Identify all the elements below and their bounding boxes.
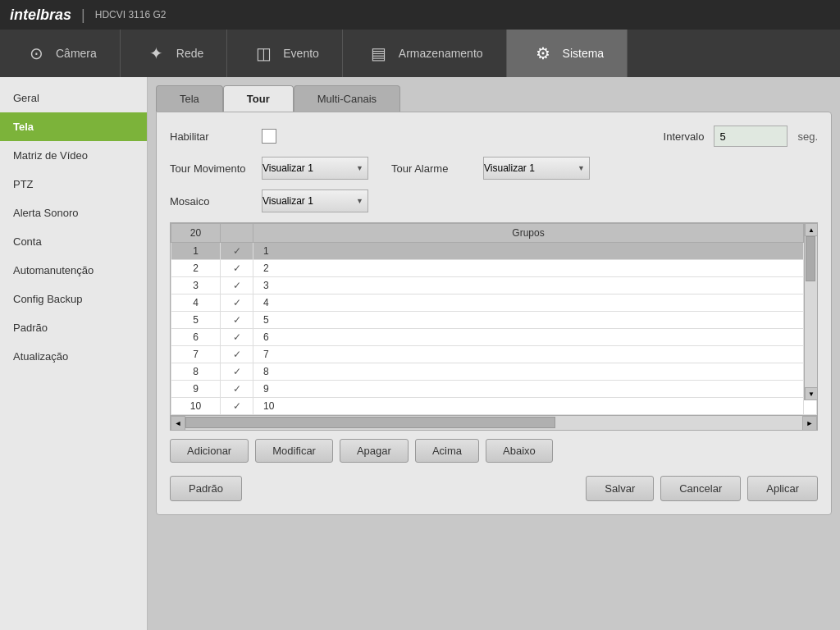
abaixo-button[interactable]: Abaixo: [486, 439, 553, 463]
intervalo-input[interactable]: [714, 126, 788, 147]
row-check: ✓: [221, 294, 253, 312]
modificar-button[interactable]: Modificar: [255, 439, 333, 463]
tour-alarme-wrapper: Visualizar 1 Visualizar 2 Visualizar 3: [483, 157, 590, 180]
padrao-button[interactable]: Padrão: [170, 476, 242, 501]
sidebar-item-padrao[interactable]: Padrão: [0, 313, 147, 342]
row-check: ✓: [221, 363, 253, 381]
h-scroll-track[interactable]: [185, 416, 802, 430]
tab-tela[interactable]: Tela: [156, 85, 223, 112]
col-grupos-header: Grupos: [253, 224, 804, 243]
sidebar-item-configbackup[interactable]: Config Backup: [0, 285, 147, 313]
row-num: 1: [171, 243, 221, 260]
table-row[interactable]: 5 ✓ 5: [171, 312, 817, 329]
adicionar-button[interactable]: Adicionar: [170, 439, 249, 463]
horizontal-scrollbar[interactable]: ◄ ►: [171, 415, 817, 430]
tour-movimento-select[interactable]: Visualizar 1 Visualizar 2 Visualizar 3: [262, 157, 368, 180]
action-row: Adicionar Modificar Apagar Acima Abaixo: [170, 439, 818, 463]
row-group: 6: [253, 329, 804, 346]
tab-strip: Tela Tour Multi-Canais: [156, 85, 832, 112]
seg-label: seg.: [797, 130, 818, 143]
table-row[interactable]: 4 ✓ 4: [171, 294, 817, 312]
row-group: 4: [253, 294, 804, 312]
row-group: 2: [253, 260, 804, 277]
tour-alarme-select[interactable]: Visualizar 1 Visualizar 2 Visualizar 3: [483, 157, 590, 180]
row-check: ✓: [221, 329, 253, 346]
scroll-down-arrow[interactable]: ▼: [805, 387, 818, 400]
row-check: ✓: [221, 346, 253, 363]
tab-tour[interactable]: Tour: [223, 85, 294, 112]
panel: Habilitar Intervalo seg. Tour Movimento …: [156, 112, 832, 515]
nav-sistema-label: Sistema: [563, 47, 605, 60]
tour-movimento-label: Tour Movimento: [170, 162, 252, 175]
row-check: ✓: [221, 381, 253, 398]
evento-icon: ◫: [250, 40, 276, 66]
sidebar-item-matriz[interactable]: Matriz de Vídeo: [0, 141, 147, 170]
scroll-right-arrow[interactable]: ►: [802, 416, 817, 431]
row-group: 8: [253, 363, 804, 381]
main-layout: Geral Tela Matriz de Vídeo PTZ Alerta So…: [0, 77, 840, 630]
nav-bar: ⊙ Câmera ✦ Rede ◫ Evento ▤ Armazenamento…: [0, 30, 840, 77]
row-num: 9: [171, 381, 221, 398]
sidebar-item-conta[interactable]: Conta: [0, 227, 147, 256]
tour-movimento-wrapper: Visualizar 1 Visualizar 2 Visualizar 3: [262, 157, 368, 180]
sidebar-item-automan[interactable]: Automanutenção: [0, 256, 147, 285]
table-row[interactable]: 10 ✓ 10: [171, 398, 817, 415]
table-row[interactable]: 8 ✓ 8: [171, 363, 817, 381]
row-check: ✓: [221, 260, 253, 277]
table-row[interactable]: 7 ✓ 7: [171, 346, 817, 363]
model-label: HDCVI 3116 G2: [95, 9, 167, 21]
row-num: 5: [171, 312, 221, 329]
rede-icon: ✦: [144, 40, 170, 66]
table-row[interactable]: 3 ✓ 3: [171, 277, 817, 294]
nav-camera-label: Câmera: [56, 47, 97, 60]
table-row[interactable]: 6 ✓ 6: [171, 329, 817, 346]
brand-logo: intelbras: [10, 7, 71, 24]
row-num: 2: [171, 260, 221, 277]
nav-rede[interactable]: ✦ Rede: [121, 30, 227, 77]
table-row[interactable]: 2 ✓ 2: [171, 260, 817, 277]
camera-icon: ⊙: [23, 40, 49, 66]
scroll-track[interactable]: [805, 236, 817, 387]
intervalo-label: Intervalo: [646, 130, 704, 143]
table-container: 20 Grupos 1 ✓ 1 2 ✓ 2: [170, 222, 818, 431]
tour-alarme-label: Tour Alarme: [391, 162, 473, 175]
mosaico-select[interactable]: Visualizar 1 Visualizar 2 Visualizar 3: [262, 189, 368, 212]
scroll-thumb[interactable]: [806, 236, 815, 281]
row-group: 5: [253, 312, 804, 329]
salvar-button[interactable]: Salvar: [586, 476, 654, 501]
nav-camera[interactable]: ⊙ Câmera: [0, 30, 121, 77]
content-area: Tela Tour Multi-Canais Habilitar Interva…: [148, 77, 840, 630]
acima-button[interactable]: Acima: [415, 439, 479, 463]
nav-evento[interactable]: ◫ Evento: [227, 30, 343, 77]
sistema-icon: ⚙: [530, 40, 556, 66]
row-group: 9: [253, 381, 804, 398]
table-scroll[interactable]: 20 Grupos 1 ✓ 1 2 ✓ 2: [171, 223, 817, 415]
row-num: 8: [171, 363, 221, 381]
nav-sistema[interactable]: ⚙ Sistema: [507, 30, 628, 77]
scroll-up-arrow[interactable]: ▲: [805, 223, 818, 236]
bottom-right: Salvar Cancelar Aplicar: [586, 476, 818, 501]
bottom-bar: Padrão Salvar Cancelar Aplicar: [170, 471, 818, 501]
habilitar-checkbox[interactable]: [262, 129, 276, 144]
sidebar-item-ptz[interactable]: PTZ: [0, 170, 147, 199]
tab-multi-canais[interactable]: Multi-Canais: [294, 85, 400, 112]
cancelar-button[interactable]: Cancelar: [660, 476, 741, 501]
sidebar-item-alerta[interactable]: Alerta Sonoro: [0, 199, 147, 227]
nav-armazenamento[interactable]: ▤ Armazenamento: [343, 30, 507, 77]
sidebar-item-tela[interactable]: Tela: [0, 112, 147, 141]
table-row[interactable]: 9 ✓ 9: [171, 381, 817, 398]
table-row[interactable]: 1 ✓ 1: [171, 243, 817, 260]
h-scroll-thumb[interactable]: [185, 417, 555, 428]
row-check: ✓: [221, 243, 253, 260]
nav-rede-label: Rede: [176, 47, 203, 60]
scroll-left-arrow[interactable]: ◄: [171, 416, 185, 431]
groups-table: 20 Grupos 1 ✓ 1 2 ✓ 2: [171, 223, 817, 415]
vertical-scrollbar[interactable]: ▲ ▼: [804, 223, 817, 400]
sidebar-item-atualizacao[interactable]: Atualização: [0, 342, 147, 371]
nav-armazenamento-label: Armazenamento: [399, 47, 483, 60]
row-num: 7: [171, 346, 221, 363]
col-num-header: 20: [171, 224, 221, 243]
sidebar-item-geral[interactable]: Geral: [0, 84, 147, 112]
aplicar-button[interactable]: Aplicar: [747, 476, 818, 501]
apagar-button[interactable]: Apagar: [340, 439, 409, 463]
